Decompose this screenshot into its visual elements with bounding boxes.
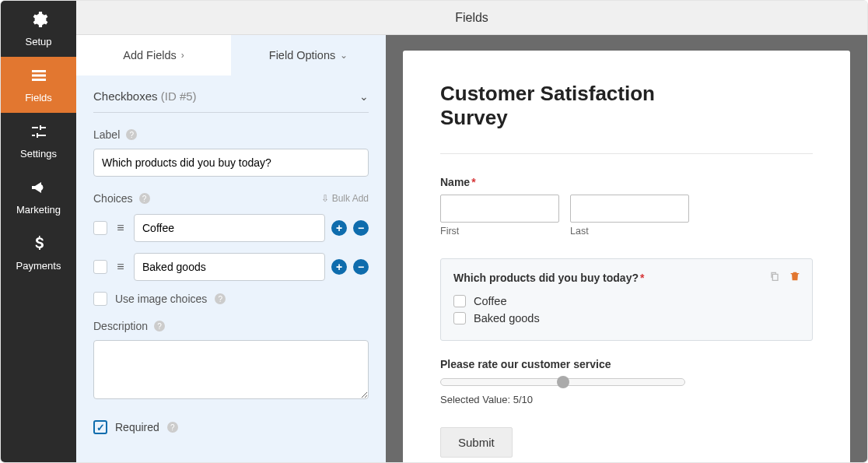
field-editor-panel: Add Fields › Field Options ⌄ Checkboxes … <box>76 35 386 462</box>
bulk-add-link[interactable]: ⇩ Bulk Add <box>321 193 369 204</box>
page-title: Fields <box>455 11 488 25</box>
choice-row: ≡ + − <box>93 253 369 281</box>
preview-choice: Baked goods <box>453 312 800 324</box>
sliders-icon <box>30 122 48 143</box>
required-checkbox[interactable]: ✓ <box>93 420 107 434</box>
preview-checkbox[interactable] <box>453 295 466 307</box>
rating-value-text: Selected Value: 5/10 <box>440 394 813 405</box>
sidebar-item-payments[interactable]: Payments <box>1 225 76 281</box>
form-preview: Customer Satisfaction Survey Name* First… <box>403 51 850 462</box>
required-star: * <box>640 272 644 284</box>
tab-field-options[interactable]: Field Options ⌄ <box>231 35 386 75</box>
divider <box>440 153 813 154</box>
bullhorn-icon <box>30 178 48 199</box>
add-choice-button[interactable]: + <box>331 220 347 236</box>
gear-icon <box>30 10 48 31</box>
sidebar-item-setup[interactable]: Setup <box>1 1 76 57</box>
help-icon[interactable]: ? <box>215 293 226 304</box>
use-image-choices-row: Use image choices ? <box>93 292 369 306</box>
submit-button[interactable]: Submit <box>440 427 513 458</box>
sidebar-item-label: Settings <box>20 148 57 160</box>
choice-default-checkbox[interactable] <box>93 260 107 274</box>
help-icon[interactable]: ? <box>167 422 178 433</box>
trash-icon[interactable] <box>789 270 801 282</box>
rating-slider[interactable] <box>440 378 685 386</box>
name-field-label: Name* <box>440 176 813 188</box>
field-type-heading: Checkboxes (ID #5) <box>93 89 197 103</box>
remove-choice-button[interactable]: − <box>353 220 369 236</box>
topbar: Fields <box>76 1 867 35</box>
slider-thumb-icon[interactable] <box>557 376 569 388</box>
description-heading: Description ? <box>93 320 369 332</box>
duplicate-icon[interactable] <box>768 270 781 282</box>
sidebar-item-label: Fields <box>25 92 52 103</box>
sidebar-item-label: Setup <box>26 36 52 47</box>
choices-heading: Choices ? <box>93 192 150 205</box>
drag-handle-icon[interactable]: ≡ <box>114 260 128 274</box>
sidebar-item-label: Payments <box>16 260 61 272</box>
sidebar: Setup Fields Settings Marketing Payments <box>1 1 76 462</box>
add-choice-button[interactable]: + <box>331 259 347 275</box>
preview-checkbox[interactable] <box>453 312 466 324</box>
choice-row: ≡ + − <box>93 214 369 242</box>
sidebar-item-label: Marketing <box>16 204 61 216</box>
use-image-choices-checkbox[interactable] <box>93 292 107 306</box>
required-row: ✓ Required ? <box>93 420 369 434</box>
selected-field-block[interactable]: Which products did you buy today?* Coffe… <box>440 258 813 341</box>
tab-add-fields[interactable]: Add Fields › <box>76 35 231 75</box>
last-name-sublabel: Last <box>570 226 689 237</box>
sidebar-item-fields[interactable]: Fields <box>1 57 76 113</box>
help-icon[interactable]: ? <box>139 193 150 204</box>
last-name-input[interactable] <box>570 195 689 223</box>
choice-input[interactable] <box>134 214 325 242</box>
drag-handle-icon[interactable]: ≡ <box>114 221 128 235</box>
preview-choice: Coffee <box>453 295 800 307</box>
form-preview-container: Customer Satisfaction Survey Name* First… <box>386 35 867 462</box>
chevron-down-icon: ⌄ <box>340 50 348 61</box>
label-heading: Label ? <box>93 128 369 141</box>
label-input[interactable] <box>93 149 369 177</box>
list-icon <box>30 66 48 87</box>
required-star: * <box>471 176 475 188</box>
sidebar-item-settings[interactable]: Settings <box>1 113 76 169</box>
remove-choice-button[interactable]: − <box>353 259 369 275</box>
chevron-right-icon: › <box>181 50 184 61</box>
form-title: Customer Satisfaction Survey <box>440 82 689 130</box>
collapse-toggle-icon[interactable]: ⌄ <box>359 90 369 103</box>
help-icon[interactable]: ? <box>126 129 137 140</box>
question-label: Which products did you buy today?* <box>453 272 800 284</box>
first-name-input[interactable] <box>440 195 559 223</box>
choice-default-checkbox[interactable] <box>93 221 107 235</box>
sidebar-item-marketing[interactable]: Marketing <box>1 169 76 225</box>
help-icon[interactable]: ? <box>154 321 165 331</box>
choice-input[interactable] <box>134 253 325 281</box>
first-name-sublabel: First <box>440 226 559 237</box>
rating-label: Please rate our customer service <box>440 358 813 370</box>
download-icon: ⇩ <box>321 193 329 204</box>
dollar-icon <box>30 234 48 255</box>
description-textarea[interactable] <box>93 340 369 399</box>
